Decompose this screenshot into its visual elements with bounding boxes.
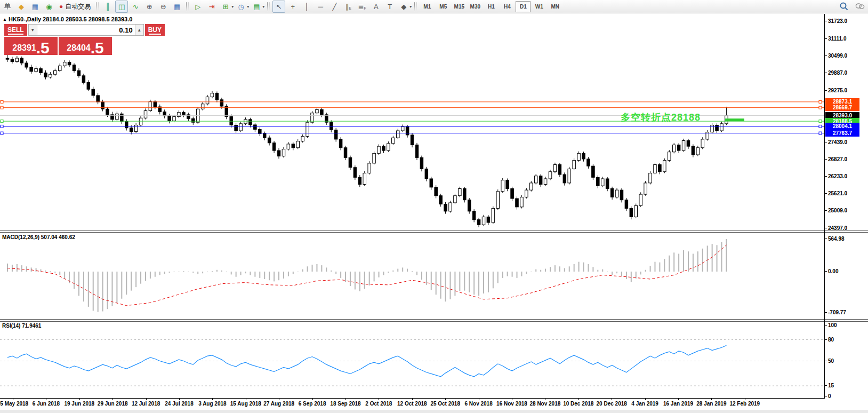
macd-indicator-label: MACD(12,26,9) 507.04 460.62 xyxy=(2,234,75,240)
new-order-button[interactable]: 单 xyxy=(1,1,14,13)
indicators-icon[interactable]: ⊞ xyxy=(219,1,232,13)
date-tick-mark xyxy=(13,399,13,400)
date-tick-mark xyxy=(512,399,512,400)
toolbar-grip xyxy=(186,2,189,11)
tab-timeframe-h1[interactable]: H1 xyxy=(484,1,499,12)
metatrader-window: 单 ◆ ▦ ◉ ● 自动交易 ║ ◫ ∿ ⊕ ⊖ ▦ ▷ ⇥ ⊞ ▾ ◷ ▾ ▤… xyxy=(0,0,868,413)
chart-window-icon[interactable]: ▦ xyxy=(29,1,42,13)
expand-marker-icon[interactable]: ▲ xyxy=(3,17,7,22)
main-toolbar: 单 ◆ ▦ ◉ ● 自动交易 ║ ◫ ∿ ⊕ ⊖ ▦ ▷ ⇥ ⊞ ▾ ◷ ▾ ▤… xyxy=(0,0,868,13)
tab-timeframe-mn[interactable]: MN xyxy=(548,1,562,12)
date-tick-mark xyxy=(179,399,180,400)
templates-icon[interactable]: ▤ xyxy=(250,1,263,13)
volume-stepper: ▼ ▲ xyxy=(28,24,144,36)
arrows-tool-icon[interactable]: ◆ xyxy=(397,1,410,13)
date-tick-label: 25 Oct 2018 xyxy=(430,401,460,407)
tab-timeframe-w1[interactable]: W1 xyxy=(532,1,546,12)
line-chart-icon[interactable]: ∿ xyxy=(129,1,142,13)
autotrading-button[interactable]: ● 自动交易 xyxy=(56,1,94,12)
price-tick-label: 27439.0 xyxy=(828,139,847,146)
macd-signal-line xyxy=(7,245,726,306)
chart-text-annotation[interactable]: 多空转折点28188 xyxy=(621,111,701,124)
date-tick-mark xyxy=(711,399,712,400)
date-tick-label: 2 Oct 2018 xyxy=(365,401,392,407)
crosshair-tool-icon[interactable]: + xyxy=(286,1,299,13)
macd-histogram xyxy=(7,239,727,312)
date-tick-mark xyxy=(479,399,479,400)
macd-tick-label: 0.00 xyxy=(828,268,838,275)
price-tick-label: 26233.0 xyxy=(828,173,847,180)
sell-price-int: 28391 xyxy=(12,44,36,52)
sell-price-display[interactable]: 28391.5 xyxy=(4,37,58,55)
toolbar-grip xyxy=(267,2,270,11)
volume-decrease-button[interactable]: ▼ xyxy=(29,25,37,35)
sell-button[interactable]: SELL xyxy=(4,24,27,36)
autotrading-label: 自动交易 xyxy=(65,2,91,11)
bar-chart-icon[interactable]: ║ xyxy=(101,1,114,13)
level-line-28188.5[interactable] xyxy=(0,120,824,123)
periods-dropdown-icon[interactable]: ▾ xyxy=(247,4,249,9)
date-tick-mark xyxy=(146,399,147,400)
level-line-28004.1[interactable] xyxy=(0,125,824,128)
rsi-pane xyxy=(0,322,824,398)
tab-timeframe-m1[interactable]: M1 xyxy=(420,1,435,12)
chart-title: ▲HK50-,Daily 28184.0 28503.5 28098.5 283… xyxy=(3,16,132,22)
channel-tool-icon[interactable]: ∥E xyxy=(342,1,355,13)
fibonacci-tool-icon[interactable]: ≣F xyxy=(356,1,368,13)
indicators-dropdown-icon[interactable]: ▾ xyxy=(231,4,234,9)
zoom-out-icon[interactable]: ⊖ xyxy=(157,1,170,13)
date-tick-label: 19 Jun 2018 xyxy=(64,401,94,407)
date-tick-label: 24 Jul 2018 xyxy=(165,401,193,407)
date-tick-label: 28 Jan 2019 xyxy=(696,401,726,407)
tab-timeframe-m15[interactable]: M15 xyxy=(452,1,467,12)
tab-timeframe-h4[interactable]: H4 xyxy=(500,1,515,12)
auto-scroll-icon[interactable]: ▷ xyxy=(191,1,204,13)
tab-timeframe-m30[interactable]: M30 xyxy=(468,1,483,12)
buy-price-display[interactable]: 28404.5 xyxy=(59,37,112,55)
price-tick-label: 31111.0 xyxy=(828,36,847,42)
date-tick-mark xyxy=(678,399,679,400)
date-tick-label: 25 May 2018 xyxy=(0,401,28,407)
level-line-28873.1[interactable] xyxy=(0,100,824,103)
date-tick-label: 16 Nov 2018 xyxy=(496,401,527,407)
rsi-tick-label: 0 xyxy=(828,393,831,400)
zoom-in-icon[interactable]: ⊕ xyxy=(143,1,156,13)
date-axis[interactable]: 25 May 20186 Jun 201819 Jun 201829 Jun 2… xyxy=(0,399,824,409)
date-tick-label: 6 Sep 2018 xyxy=(299,401,326,407)
signals-icon[interactable]: ◉ xyxy=(43,1,55,13)
window-bottom-strip xyxy=(0,410,868,413)
price-tick-label: 25009.0 xyxy=(828,208,847,214)
date-tick-label: 12 Jul 2018 xyxy=(132,401,160,407)
profile-icon[interactable]: ◆ xyxy=(15,1,28,13)
templates-dropdown-icon[interactable]: ▾ xyxy=(262,4,264,9)
vertical-line-tool-icon[interactable]: │ xyxy=(300,1,313,13)
cursor-tool-icon[interactable]: ↖ xyxy=(272,1,285,13)
periods-clock-icon[interactable]: ◷ xyxy=(235,1,247,13)
date-tick-mark xyxy=(312,399,313,400)
tab-timeframe-m5[interactable]: M5 xyxy=(436,1,451,12)
arrows-dropdown-icon[interactable]: ▾ xyxy=(409,4,412,9)
macd-pane xyxy=(0,233,824,319)
rsi-tick-label: 15 xyxy=(828,383,834,389)
chart-shift-icon[interactable]: ⇥ xyxy=(205,1,218,13)
level-line-28669.7[interactable] xyxy=(0,106,824,109)
tab-timeframe-d1[interactable]: D1 xyxy=(516,1,531,12)
price-level-box: 27763.7 xyxy=(825,130,859,137)
tile-windows-icon[interactable]: ▦ xyxy=(171,1,183,13)
trendline-tool-icon[interactable]: ╱ xyxy=(328,1,341,13)
volume-input[interactable] xyxy=(37,25,135,35)
candlestick-chart[interactable] xyxy=(0,14,824,230)
text-label-tool-icon[interactable]: T xyxy=(383,1,396,13)
date-tick-mark xyxy=(212,399,213,400)
date-tick-label: 29 Jun 2018 xyxy=(98,401,128,407)
candlestick-chart-icon[interactable]: ◫ xyxy=(115,1,128,13)
date-tick-label: 6 Jun 2018 xyxy=(33,401,60,407)
rsi-tick-label: 100 xyxy=(828,322,837,329)
text-tool-icon[interactable]: A xyxy=(369,1,382,13)
buy-button[interactable]: BUY xyxy=(145,24,165,36)
horizontal-line-tool-icon[interactable]: ─ xyxy=(314,1,327,13)
volume-increase-button[interactable]: ▲ xyxy=(135,25,143,35)
trend-segment[interactable] xyxy=(725,118,744,121)
price-tick-label: 24397.0 xyxy=(828,225,847,232)
date-tick-label: 6 Nov 2018 xyxy=(464,401,492,407)
